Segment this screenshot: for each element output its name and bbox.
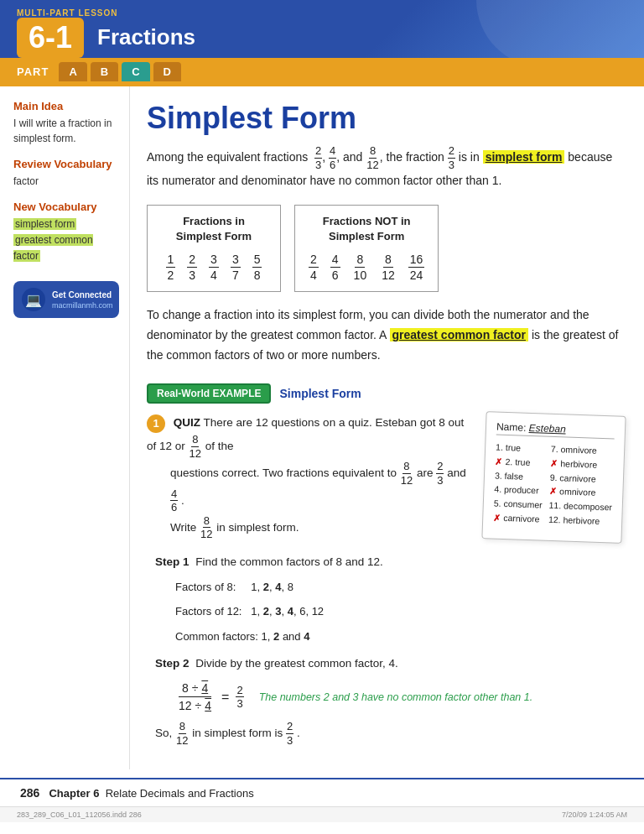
quiz-keyword: QUIZ	[174, 416, 200, 429]
content-area: Simplest Form Among the equivalent fract…	[130, 86, 644, 769]
part-label: PART	[17, 65, 49, 78]
conclusion-period: .	[297, 727, 300, 739]
table-not-fracs: 24 46 810 812 1624	[309, 252, 424, 283]
frac-2-3: 23	[314, 144, 322, 171]
simplest-form-term: simplest form	[483, 150, 565, 164]
step1-block: Step 1 Find the common factors of 8 and …	[147, 553, 624, 646]
get-connected-label: Get Connected	[52, 289, 113, 301]
page-footer: 286 Chapter 6 Relate Decimals and Fracti…	[0, 778, 644, 806]
main-content: Main Idea I will write a fraction in sim…	[0, 86, 644, 769]
step1-text: Find the common factors of 8 and 12.	[192, 555, 382, 568]
table-in-title: Fractions inSimplest Form	[161, 214, 267, 244]
frac-2-4: 24	[309, 252, 319, 283]
step2-bot-row: 12 ÷ 4	[175, 697, 215, 713]
table-not-simplest-form: Fractions NOT inSimplest Form 24 46 810 …	[294, 205, 439, 292]
factor-4b: 4	[288, 605, 293, 618]
step2-top-num: 8	[182, 680, 189, 696]
frac-4-6: 46	[330, 252, 340, 283]
quiz-simplest-t: in simplest form.	[216, 520, 299, 533]
frac-4-6: 46	[329, 144, 336, 171]
table-not-title: Fractions NOT inSimplest Form	[309, 214, 424, 244]
frac-8-12-t: 812	[380, 252, 397, 283]
factors-of-8-label: Factors of 8: 1,	[175, 581, 263, 593]
common-4: 4	[304, 630, 309, 643]
page-header: Multi-Part Lesson 6-1 Fractions	[0, 0, 644, 58]
step1-label: Step 1	[155, 555, 190, 568]
quiz-t2: questions correct. Two fractions equival…	[170, 467, 400, 479]
tab-c[interactable]: C	[122, 62, 149, 81]
tab-a[interactable]: A	[59, 62, 86, 81]
quiz-item-12: 12. herbivore	[548, 513, 612, 529]
quiz-text-cont: questions correct. Two fractions equival…	[170, 460, 469, 513]
name-value: Esteban	[528, 422, 566, 435]
quiz-item-6: ✗carnivore	[493, 511, 542, 527]
common-factors-row: Common factors: 1, 2 and 4	[175, 627, 624, 646]
frac-8-12: 812	[366, 144, 379, 171]
example-number: 1	[147, 414, 165, 433]
factors-of-8-row: Factors of 8: 1, 2, 4, 8	[175, 577, 624, 597]
step2-div-4-bot: 4	[205, 698, 211, 713]
intro-text-3: is in	[459, 150, 483, 164]
get-connected-box: 💻 Get Connected macmillanmh.com	[13, 281, 119, 318]
frac-1-2: 12	[166, 252, 176, 283]
get-connected-url: macmillanmh.com	[52, 301, 113, 310]
file-name: 283_289_C06_L01_112056.indd 286	[17, 811, 142, 819]
quiz-frac-8-12-c: 812	[200, 514, 213, 541]
step2-note: The numbers 2 and 3 have no common facto…	[259, 691, 533, 703]
bottom-bar: 283_289_C06_L01_112056.indd 286 7/20/09 …	[0, 806, 644, 822]
tabs-row: A B C D	[59, 62, 181, 81]
part-tabs-bar: PART A B C D	[0, 58, 644, 86]
step2-block: Step 2 Divide by the greatest common fac…	[147, 654, 624, 748]
frac-5-8: 58	[252, 252, 262, 283]
quiz-write-line: Write 812 in simplest form.	[170, 514, 469, 541]
chapter-text: Chapter 6 Relate Decimals and Fractions	[43, 787, 253, 800]
factors-of-12-label: Factors of 12: 1,	[175, 605, 263, 618]
step2-text: Divide by the greatest common factor, 4.	[192, 657, 397, 670]
lesson-number: 6-1	[17, 18, 84, 58]
intro-text-2: the fraction	[387, 150, 448, 164]
main-idea-title: Main Idea	[13, 100, 119, 112]
sidebar: Main Idea I will write a fraction in sim…	[0, 86, 130, 769]
tab-b[interactable]: B	[91, 62, 118, 81]
frac-3-7: 37	[231, 252, 241, 283]
quiz-t5: .	[181, 493, 184, 506]
quiz-frac-8-12-b: 812	[400, 460, 413, 487]
tab-d[interactable]: D	[153, 62, 181, 81]
step2-frac: 8 ÷ 4 12 ÷ 4	[175, 680, 215, 713]
quiz-write-t: Write	[170, 520, 200, 533]
frac-2-3-t: 23	[187, 252, 197, 283]
rw-badge: Real-World EXAMPLE	[147, 383, 271, 404]
file-date: 7/20/09 1:24:05 AM	[562, 811, 627, 819]
new-vocab-title: New Vocabulary	[13, 201, 119, 213]
name-label: Name:	[496, 421, 529, 434]
table-in-simplest-form: Fractions inSimplest Form 12 23 34 37 58	[147, 205, 281, 292]
conclusion-mid: in simplest form is	[192, 727, 286, 739]
step2-top-row: 8 ÷ 4	[179, 680, 211, 697]
quiz-problem: 1 QUIZ There are 12 questions on a quiz.…	[147, 414, 469, 460]
step2-label: Step 2	[155, 657, 190, 670]
factors-of-12-row: Factors of 12: 1, 2, 3, 4, 6, 12	[175, 602, 624, 621]
quiz-card-cols: 1. true ✗2. true 3. false 4. producer 5.…	[493, 440, 615, 529]
table-in-fracs: 12 23 34 37 58	[161, 252, 267, 283]
header-decoration	[476, 0, 644, 58]
step2-bot-div-arrow: ÷	[195, 698, 202, 713]
quiz-card-name: Name: Esteban	[496, 421, 615, 440]
new-vocab-simplest-form: simplest form	[13, 218, 76, 230]
conclusion-text: So, 812 in simplest form is 23 .	[155, 720, 624, 747]
step2-result: 23	[236, 684, 243, 711]
frac-16-24: 1624	[408, 252, 425, 283]
example-block: 1 QUIZ There are 12 questions on a quiz.…	[147, 414, 624, 541]
footer-left: 286 Chapter 6 Relate Decimals and Fracti…	[20, 786, 254, 800]
frac-3-4: 34	[209, 252, 219, 283]
body-paragraph: To change a fraction into its simplest f…	[147, 305, 624, 365]
step2-top-div-arrow: ÷	[192, 680, 199, 696]
intro-text-start: Among the equivalent fractions	[147, 150, 308, 164]
computer-icon: 💻	[22, 288, 45, 311]
page-number: 286	[20, 786, 39, 800]
quiz-text-2: of the	[205, 440, 234, 452]
intro-paragraph: Among the equivalent fractions 23, 46, a…	[147, 144, 624, 191]
conclusion-frac: 812	[175, 720, 189, 747]
quiz-frac-8-12: 812	[189, 433, 202, 460]
gc-content: Get Connected macmillanmh.com	[52, 289, 113, 310]
review-vocab-item: factor	[13, 174, 119, 189]
